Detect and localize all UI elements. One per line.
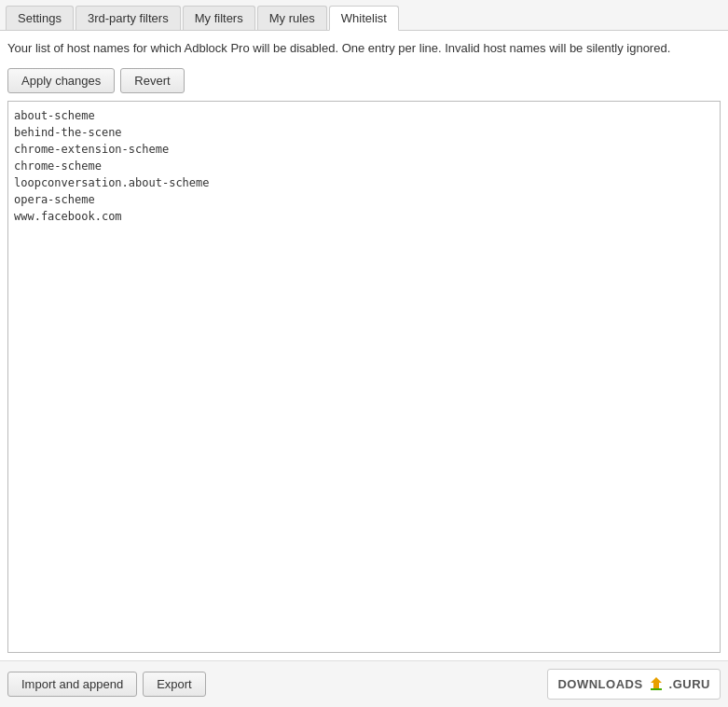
tabs-bar: Settings 3rd-party filters My filters My…: [0, 0, 728, 31]
tab-my-rules[interactable]: My rules: [257, 6, 327, 30]
bottom-left-buttons: Import and append Export: [7, 672, 206, 697]
downloads-text: DOWNLOADS: [557, 677, 642, 691]
bottom-bar: Import and append Export DOWNLOADS .GURU: [0, 660, 728, 707]
import-append-button[interactable]: Import and append: [7, 672, 137, 697]
tab-whitelist[interactable]: Whitelist: [329, 6, 399, 31]
arrow-icon: [647, 673, 666, 695]
apply-changes-button[interactable]: Apply changes: [7, 68, 115, 93]
export-button[interactable]: Export: [143, 672, 206, 697]
tab-my-filters[interactable]: My filters: [183, 6, 255, 30]
guru-text: .GURU: [669, 677, 710, 691]
textarea-wrapper: [0, 101, 728, 660]
svg-rect-1: [651, 688, 662, 690]
toolbar: Apply changes Revert: [0, 64, 728, 101]
svg-marker-0: [651, 677, 662, 688]
tab-3rd-party-filters[interactable]: 3rd-party filters: [76, 6, 181, 30]
revert-button[interactable]: Revert: [120, 68, 184, 93]
page-description: Your list of host names for which Adbloc…: [0, 31, 728, 64]
tab-settings[interactable]: Settings: [6, 6, 74, 30]
downloads-guru-badge: DOWNLOADS .GURU: [547, 669, 721, 700]
whitelist-textarea[interactable]: [7, 101, 721, 653]
